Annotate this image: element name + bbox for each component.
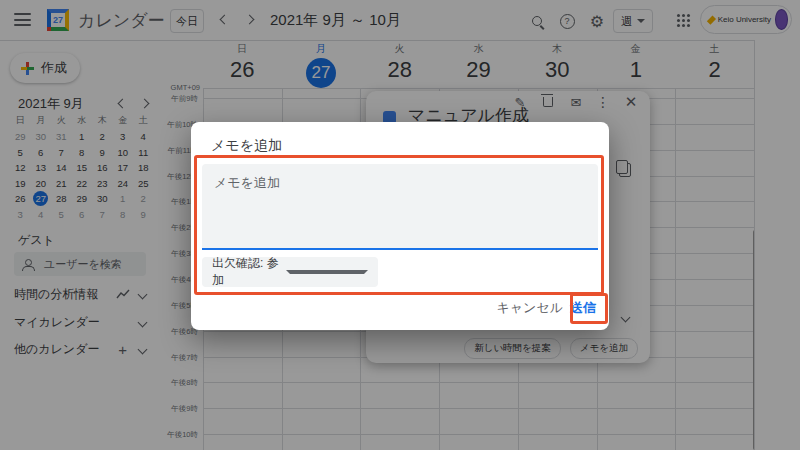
- add-note-dialog: メモを追加 出欠確認: 参加 キャンセル 送信: [191, 122, 609, 330]
- google-calendar-screen: 27 カレンダー 今日 2021年 9月 ～ 10月 ? ⚙ 週 Keio Un…: [0, 0, 800, 450]
- rsvp-dropdown[interactable]: 出欠確認: 参加: [202, 257, 378, 287]
- caret-down-icon: [286, 270, 368, 274]
- cancel-button[interactable]: キャンセル: [496, 299, 563, 317]
- dialog-title: メモを追加: [211, 137, 282, 155]
- submit-button[interactable]: 送信: [570, 299, 596, 317]
- note-textarea[interactable]: [202, 164, 598, 250]
